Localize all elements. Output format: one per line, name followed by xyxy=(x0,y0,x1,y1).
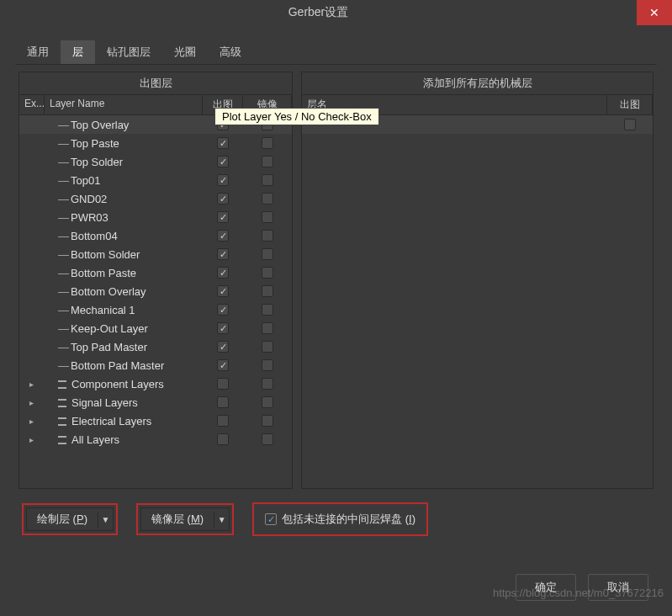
mirror-checkbox[interactable] xyxy=(262,267,273,279)
table-row[interactable]: —Bottom04 xyxy=(19,226,292,245)
layer-name-cell: Component Layers xyxy=(45,378,203,390)
cancel-button[interactable]: 取消 xyxy=(588,574,648,601)
plot-checkbox[interactable] xyxy=(217,193,229,204)
mirror-checkbox[interactable] xyxy=(262,156,273,167)
plot-checkbox[interactable] xyxy=(217,304,229,316)
plot-checkbox[interactable] xyxy=(217,267,229,279)
mirror-checkbox[interactable] xyxy=(262,415,273,427)
table-row[interactable]: ▸All Layers xyxy=(19,430,292,449)
expand-arrow-icon[interactable]: ▸ xyxy=(29,398,34,407)
mirror-checkbox[interactable] xyxy=(262,396,273,408)
col-layer-name[interactable]: Layer Name xyxy=(45,95,203,114)
mirror-checkbox[interactable] xyxy=(262,322,273,334)
table-row[interactable]: ▸Component Layers xyxy=(19,374,292,393)
layer-name-cell: —GND02 xyxy=(45,193,203,205)
col-plot-r[interactable]: 出图 xyxy=(607,95,653,114)
layer-icon: — xyxy=(58,174,69,187)
plot-checkbox[interactable] xyxy=(217,230,229,242)
table-row[interactable]: —Top01 xyxy=(19,171,292,189)
table-row[interactable]: —Top Solder xyxy=(19,152,292,171)
plot-checkbox[interactable] xyxy=(624,119,636,130)
layer-name-cell: —Mechanical 1 xyxy=(45,304,203,316)
table-row[interactable]: —Bottom Pad Master xyxy=(19,356,292,374)
layer-name-label: Bottom Pad Master xyxy=(71,359,164,372)
mirror-checkbox[interactable] xyxy=(262,359,273,371)
group-icon xyxy=(58,380,68,387)
table-row[interactable]: —Bottom Paste xyxy=(19,263,292,282)
layer-name-cell: Electrical Layers xyxy=(45,415,203,427)
col-extension[interactable]: Ex... xyxy=(19,95,45,114)
layer-icon: — xyxy=(58,322,69,335)
tab-general[interactable]: 通用 xyxy=(15,40,61,64)
plot-checkbox[interactable] xyxy=(217,322,229,334)
ok-button[interactable]: 确定 xyxy=(516,574,576,601)
tab-advanced[interactable]: 高级 xyxy=(208,40,253,64)
group-icon xyxy=(58,417,68,424)
table-row[interactable]: ▸Electrical Layers xyxy=(19,412,292,430)
expand-arrow-icon[interactable]: ▸ xyxy=(29,435,34,444)
plot-checkbox[interactable] xyxy=(217,174,229,186)
include-unconnected-label: 包括未连接的中间层焊盘 (I) xyxy=(282,512,415,527)
plot-checkbox[interactable] xyxy=(217,396,229,408)
plot-checkbox[interactable] xyxy=(217,415,229,427)
plot-checkbox[interactable] xyxy=(217,341,229,353)
table-row[interactable]: —Top Paste xyxy=(19,134,292,152)
expand-arrow-icon[interactable]: ▸ xyxy=(29,417,34,426)
tab-layers[interactable]: 层 xyxy=(61,40,95,64)
table-row[interactable]: —Mechanical 1 xyxy=(19,300,292,319)
plot-checkbox[interactable] xyxy=(217,359,229,371)
table-row[interactable]: —PWR03 xyxy=(19,208,292,226)
tab-aperture[interactable]: 光圈 xyxy=(162,40,208,64)
highlight-box: 包括未连接的中间层焊盘 (I) xyxy=(252,502,428,536)
plot-checkbox[interactable] xyxy=(217,156,229,167)
plot-checkbox[interactable] xyxy=(217,433,229,445)
layer-name-cell: —Bottom Paste xyxy=(45,267,203,279)
layer-name-cell: —Top Pad Master xyxy=(45,341,203,353)
expand-arrow-icon[interactable]: ▸ xyxy=(29,380,34,389)
include-unconnected-checkbox[interactable] xyxy=(265,513,277,525)
table-row[interactable]: ▸Signal Layers xyxy=(19,393,292,412)
layer-name-cell: —Top Overlay xyxy=(45,119,203,131)
plot-checkbox[interactable] xyxy=(217,378,229,390)
table-row[interactable]: —Bottom Overlay xyxy=(19,282,292,300)
mirror-checkbox[interactable] xyxy=(262,193,273,204)
mirror-checkbox[interactable] xyxy=(262,285,273,297)
mirror-layers-dropdown[interactable]: 镜像层 (M) ▼ xyxy=(140,507,230,531)
plot-checkbox[interactable] xyxy=(217,211,229,223)
table-row[interactable]: —Top Pad Master xyxy=(19,337,292,356)
layer-name-cell: —Bottom Solder xyxy=(45,248,203,261)
plot-layers-dropdown[interactable]: 绘制层 (P) ▼ xyxy=(26,507,114,531)
layer-name-label: Top Solder xyxy=(71,156,123,168)
close-icon: ✕ xyxy=(649,6,659,19)
layer-name-label: Keep-Out Layer xyxy=(71,322,148,335)
plot-layers-title: 出图层 xyxy=(19,72,292,95)
mirror-checkbox[interactable] xyxy=(262,211,273,223)
table-row[interactable]: —GND02 xyxy=(19,189,292,208)
close-button[interactable]: ✕ xyxy=(637,0,672,25)
layer-name-cell: —Top01 xyxy=(45,174,203,187)
mirror-checkbox[interactable] xyxy=(262,341,273,353)
mirror-checkbox[interactable] xyxy=(262,174,273,186)
tab-drill[interactable]: 钻孔图层 xyxy=(95,40,162,64)
dropdown-label: 绘制层 (P) xyxy=(27,508,98,530)
mirror-checkbox[interactable] xyxy=(262,433,273,445)
mirror-checkbox[interactable] xyxy=(262,137,273,149)
layer-name-label: Bottom Solder xyxy=(71,248,140,261)
mirror-checkbox[interactable] xyxy=(262,378,273,390)
layer-icon: — xyxy=(58,230,69,242)
layer-icon: — xyxy=(58,156,69,168)
layer-icon: — xyxy=(58,359,69,372)
dialog-title: Gerber设置 xyxy=(0,5,637,20)
mirror-checkbox[interactable] xyxy=(262,248,273,260)
layer-name-label: All Layers xyxy=(71,433,119,446)
plot-checkbox[interactable] xyxy=(217,248,229,260)
layer-icon: — xyxy=(58,285,69,298)
table-row[interactable]: —Keep-Out Layer xyxy=(19,319,292,337)
mirror-checkbox[interactable] xyxy=(262,304,273,316)
layer-name-cell: —PWR03 xyxy=(45,211,203,224)
layer-name-label: Bottom Overlay xyxy=(71,285,146,298)
mirror-checkbox[interactable] xyxy=(262,230,273,242)
plot-checkbox[interactable] xyxy=(217,285,229,297)
table-row[interactable]: —Bottom Solder xyxy=(19,245,292,263)
plot-checkbox[interactable] xyxy=(217,137,229,149)
